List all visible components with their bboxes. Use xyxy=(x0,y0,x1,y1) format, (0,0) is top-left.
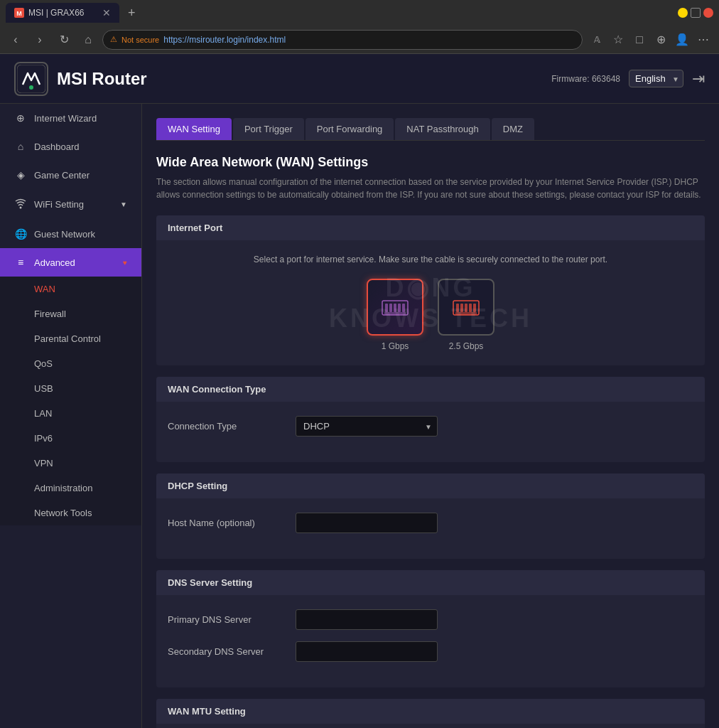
mtu-setting-header: WAN MTU Setting xyxy=(156,699,705,724)
svg-rect-17 xyxy=(473,304,476,312)
svg-rect-13 xyxy=(456,304,459,312)
wan-connection-section: WAN Connection Type Connection Type DHCP… xyxy=(156,377,705,462)
read-mode-button[interactable]: 𝔸 xyxy=(587,30,607,50)
primary-dns-row: Primary DNS Server xyxy=(168,609,693,630)
wan-connection-body: Connection Type DHCP PPPoE Static IP L2T… xyxy=(156,402,705,462)
sidebar-item-game-center[interactable]: ◈ Game Center xyxy=(0,161,141,189)
language-select[interactable]: English 中文 日本語 xyxy=(629,70,683,87)
svg-point-3 xyxy=(29,85,33,90)
submenu-administration[interactable]: Administration xyxy=(0,476,141,500)
wifi-icon xyxy=(14,198,27,211)
sidebar-label-game-center: Game Center xyxy=(34,170,90,181)
submenu-parental-control[interactable]: Parental Control xyxy=(0,326,141,351)
tab-port-trigger[interactable]: Port Trigger xyxy=(233,118,304,140)
logout-button[interactable]: ⇥ xyxy=(692,70,705,88)
close-tab-icon[interactable]: ✕ xyxy=(102,7,111,18)
tab-port-forwarding[interactable]: Port Forwarding xyxy=(306,118,394,140)
extensions-button[interactable]: ⊕ xyxy=(651,30,671,50)
lock-warning-icon: ⚠ xyxy=(110,35,117,44)
svg-text:M: M xyxy=(16,10,22,17)
tab-wan-setting[interactable]: WAN Setting xyxy=(156,118,232,140)
submenu-lan[interactable]: LAN xyxy=(0,401,141,426)
tab-title: MSI | GRAX66 xyxy=(28,8,84,18)
advanced-arrow-icon: ♥ xyxy=(123,259,127,267)
sidebar-label-dashboard: Dashboard xyxy=(34,141,80,152)
svg-rect-7 xyxy=(389,304,392,312)
sidebar-item-wifi-setting[interactable]: WiFi Setting ▼ xyxy=(0,189,141,220)
port-1gbps[interactable]: 1 Gbps xyxy=(367,279,423,351)
internet-port-body: Select a port for internet service. Make… xyxy=(156,240,705,365)
sidebar-item-dashboard[interactable]: ⌂ Dashboard xyxy=(0,132,141,161)
connection-type-select[interactable]: DHCP PPPoE Static IP L2TP PPTP xyxy=(296,416,438,437)
connection-type-label: Connection Type xyxy=(168,421,296,432)
internet-wizard-icon: ⊕ xyxy=(14,112,27,124)
primary-dns-input[interactable] xyxy=(296,609,438,630)
forward-button[interactable]: › xyxy=(30,30,50,50)
url-bar[interactable]: ⚠ Not secure https://msirouter.login/ind… xyxy=(102,30,583,50)
connection-type-row: Connection Type DHCP PPPoE Static IP L2T… xyxy=(168,416,693,437)
new-tab-button[interactable]: + xyxy=(122,6,141,21)
tab-nat-passthrough[interactable]: NAT Passthrough xyxy=(395,118,490,140)
profile-button[interactable]: 👤 xyxy=(672,30,692,50)
sidebar-label-advanced: Advanced xyxy=(34,257,75,268)
tab-bar: WAN Setting Port Trigger Port Forwarding… xyxy=(156,118,705,141)
sidebar-item-advanced[interactable]: ≡ Advanced ♥ xyxy=(0,248,141,277)
svg-rect-18 xyxy=(455,312,477,315)
logo-icon xyxy=(14,62,48,96)
close-button[interactable] xyxy=(703,8,713,18)
dhcp-setting-section: DHCP Setting Host Name (optional) xyxy=(156,473,705,559)
minimize-button[interactable] xyxy=(678,8,688,18)
dhcp-setting-body: Host Name (optional) xyxy=(156,498,705,559)
dns-setting-body: Primary DNS Server Secondary DNS Server xyxy=(156,595,705,687)
reload-button[interactable]: ↻ xyxy=(54,30,74,50)
wan-connection-header: WAN Connection Type xyxy=(156,377,705,402)
sidebar-label-guest-network: Guest Network xyxy=(34,229,95,240)
favorites-button[interactable]: ☆ xyxy=(608,30,628,50)
svg-rect-16 xyxy=(469,304,472,312)
sidebar-item-internet-wizard[interactable]: ⊕ Internet Wizard xyxy=(0,104,141,132)
host-name-label: Host Name (optional) xyxy=(168,518,296,528)
dashboard-icon: ⌂ xyxy=(14,141,27,152)
svg-rect-8 xyxy=(394,304,396,312)
restore-button[interactable] xyxy=(691,8,701,18)
security-label: Not secure xyxy=(121,36,159,44)
port-1gbps-label: 1 Gbps xyxy=(382,341,409,351)
app-title: MSI Router xyxy=(57,69,147,89)
submenu-firewall[interactable]: Firewall xyxy=(0,301,141,326)
sidebar-label-internet-wizard: Internet Wizard xyxy=(34,113,97,124)
svg-point-4 xyxy=(20,207,22,209)
url-text: https://msirouter.login/index.html xyxy=(163,35,286,45)
port-25gbps-label: 2.5 Gbps xyxy=(449,341,484,351)
submenu-wan[interactable]: WAN xyxy=(0,277,141,301)
submenu-usb[interactable]: USB xyxy=(0,376,141,401)
internet-port-header: Internet Port xyxy=(156,215,705,240)
back-button[interactable]: ‹ xyxy=(6,30,26,50)
main-content: WAN Setting Port Trigger Port Forwarding… xyxy=(142,104,719,728)
header-right: Firmware: 663648 English 中文 日本語 ⇥ xyxy=(551,70,705,88)
browser-tab[interactable]: M MSI | GRAX66 ✕ xyxy=(6,3,119,23)
menu-button[interactable]: ⋯ xyxy=(693,30,713,50)
submenu-vpn[interactable]: VPN xyxy=(0,451,141,476)
submenu-network-tools[interactable]: Network Tools xyxy=(0,500,141,525)
port-25gbps[interactable]: 2.5 Gbps xyxy=(438,279,494,351)
svg-rect-9 xyxy=(398,304,401,312)
collections-button[interactable]: □ xyxy=(629,30,649,50)
submenu-qos[interactable]: QoS xyxy=(0,351,141,376)
sidebar: ⊕ Internet Wizard ⌂ Dashboard ◈ Game Cen… xyxy=(0,104,142,728)
submenu-ipv6[interactable]: IPv6 xyxy=(0,426,141,451)
home-button[interactable]: ⌂ xyxy=(78,30,98,50)
port-instruction: Select a port for internet service. Make… xyxy=(168,255,693,264)
address-bar: ‹ › ↻ ⌂ ⚠ Not secure https://msirouter.l… xyxy=(0,26,719,54)
secondary-dns-input[interactable] xyxy=(296,641,438,662)
advanced-icon: ≡ xyxy=(14,257,27,268)
svg-rect-6 xyxy=(385,304,388,312)
guest-network-icon: 🌐 xyxy=(14,228,27,240)
port-options: 1 Gbps xyxy=(168,279,693,351)
dns-setting-header: DNS Server Setting xyxy=(156,570,705,595)
sidebar-item-guest-network[interactable]: 🌐 Guest Network xyxy=(0,220,141,248)
tab-dmz[interactable]: DMZ xyxy=(492,118,534,140)
host-name-input[interactable] xyxy=(296,513,438,533)
internet-port-section: Internet Port Select a port for internet… xyxy=(156,215,705,365)
svg-rect-14 xyxy=(460,304,463,312)
page-description: The section allows manual configuration … xyxy=(156,176,705,201)
